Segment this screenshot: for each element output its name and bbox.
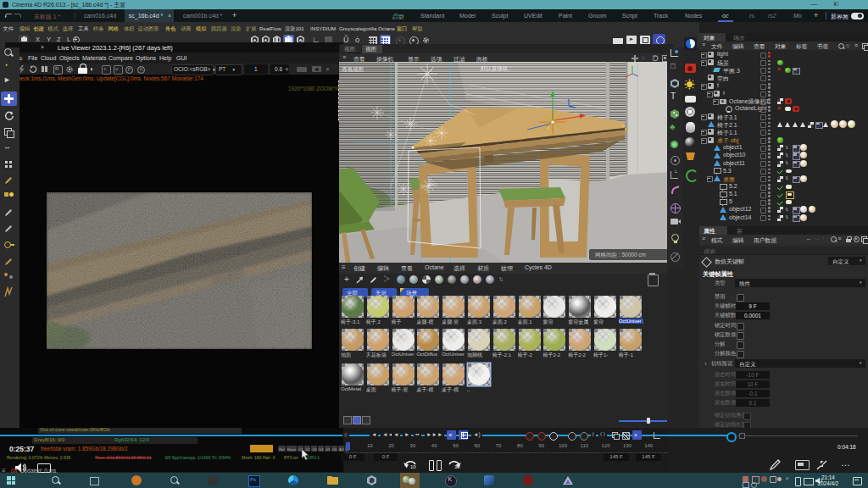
svg-text:默认摄像机 :: 默认摄像机 : (480, 65, 511, 72)
svg-text:网格间距 : 50000 cm: 网格间距 : 50000 cm (595, 252, 646, 258)
svg-text:透视视图: 透视视图 (342, 66, 364, 73)
